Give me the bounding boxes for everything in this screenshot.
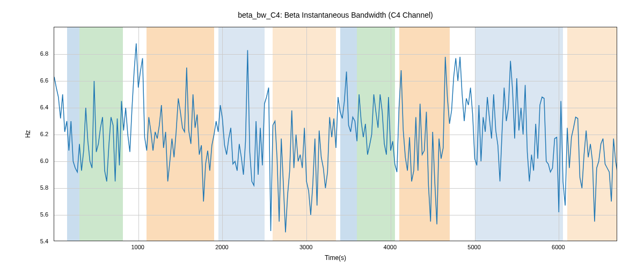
x-tick-label: 2000 [215,244,228,250]
y-tick-label: 6.6 [27,77,48,84]
y-tick-label: 5.6 [27,211,48,218]
x-tick-label: 6000 [552,244,565,250]
y-tick-label: 5.4 [27,238,48,244]
x-tick-label: 1000 [131,244,144,250]
x-tick-label: 4000 [384,244,397,250]
data-line [54,43,617,233]
y-tick-label: 6.0 [27,158,48,164]
line-svg [54,27,617,241]
plot-area [54,27,617,241]
y-tick-label: 6.4 [27,104,48,110]
chart-title: beta_bw_C4: Beta Instantaneous Bandwidth… [54,11,617,19]
x-axis-label: Time(s) [325,254,346,262]
chart-container: Hz Time(s) 5.45.65.86.06.26.46.66.8 1000… [54,27,617,241]
y-tick-label: 6.8 [27,50,48,57]
x-tick-label: 3000 [299,244,312,250]
y-tick-label: 5.8 [27,184,48,191]
x-tick-label: 5000 [467,244,480,250]
y-tick-label: 6.2 [27,131,48,137]
